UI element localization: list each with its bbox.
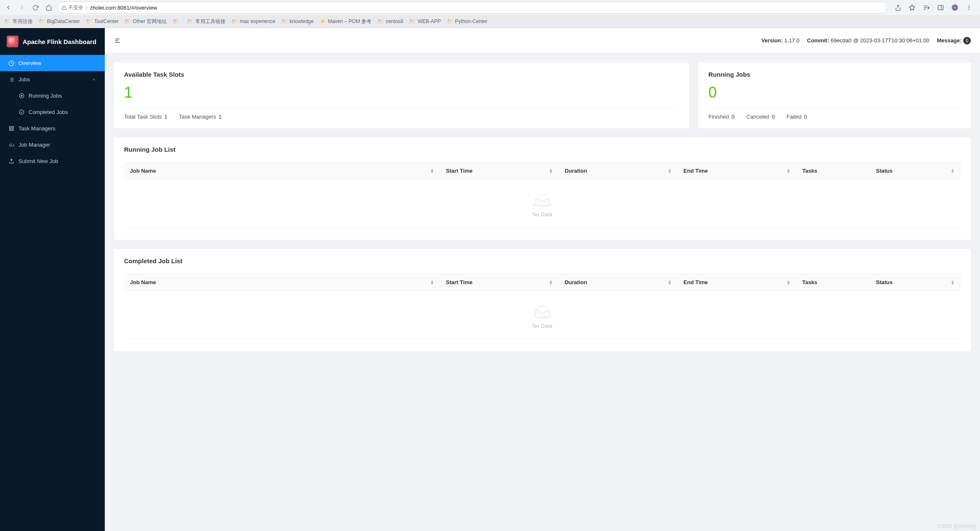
card-available-task-slots: Available Task Slots 1 Total Task Slots1… xyxy=(114,62,689,128)
failed-value: 0 xyxy=(804,114,807,120)
sidebar-item-submit-new-job[interactable]: Submit New Job xyxy=(0,153,105,169)
security-indicator: 不安全 xyxy=(62,4,83,11)
bookmark-item[interactable]: ⚡Maven – POM 参考 xyxy=(319,18,371,25)
upload-icon xyxy=(8,158,14,164)
column-tasks[interactable]: Tasks xyxy=(796,163,870,179)
sort-icon: ▲▼ xyxy=(549,168,553,174)
sidebar-item-job-manager[interactable]: Job Manager xyxy=(0,137,105,153)
sidebar-item-running-jobs[interactable]: Running Jobs xyxy=(0,88,105,104)
svg-rect-8 xyxy=(938,5,943,10)
column-duration[interactable]: Duration▲▼ xyxy=(559,274,677,290)
back-button[interactable] xyxy=(3,3,13,13)
sort-icon: ▲▼ xyxy=(430,280,434,285)
empty-box-icon xyxy=(533,194,552,208)
app-container: Apache Flink Dashboard Overview Jobs Run… xyxy=(0,28,980,531)
column-end-time[interactable]: End Time▲▼ xyxy=(678,163,796,179)
failed-label: Failed xyxy=(787,114,801,120)
play-circle-icon xyxy=(18,93,24,98)
bookmark-item[interactable]: ToolCenter xyxy=(86,18,119,24)
panel-icon[interactable] xyxy=(936,3,946,13)
folder-icon xyxy=(409,18,415,24)
sidebar-item-jobs[interactable]: Jobs xyxy=(0,71,105,88)
bookmark-item[interactable]: centos8 xyxy=(377,18,403,24)
list-icon xyxy=(8,77,14,83)
sidebar-item-task-managers[interactable]: Task Managers xyxy=(0,120,105,137)
sidebar-item-completed-jobs[interactable]: Completed Jobs xyxy=(0,104,105,120)
column-start-time[interactable]: Start Time▲▼ xyxy=(440,163,559,179)
star-icon[interactable] xyxy=(907,3,917,13)
sort-icon: ▲▼ xyxy=(786,168,791,174)
column-job-name[interactable]: Job Name▲▼ xyxy=(124,163,440,179)
profile-icon[interactable] xyxy=(950,3,960,13)
warning-icon xyxy=(62,5,67,10)
column-duration[interactable]: Duration▲▼ xyxy=(559,163,677,179)
svg-rect-27 xyxy=(12,127,13,128)
folder-icon xyxy=(447,18,453,24)
bookmark-item[interactable]: Python-Center xyxy=(447,18,487,24)
no-data-placeholder: No Data xyxy=(124,291,961,339)
bookmark-item[interactable]: 常用工具链接 xyxy=(187,18,226,25)
folder-icon xyxy=(124,18,131,24)
folder-icon xyxy=(281,18,288,24)
no-data-placeholder: No Data xyxy=(124,179,961,228)
bookmark-item[interactable]: WEB-APP xyxy=(409,18,441,24)
table-header: Job Name▲▼ Start Time▲▼ Duration▲▼ End T… xyxy=(124,274,961,291)
app-main: Version: 1.17.0 Commit: 69ecda0 @ 2023-0… xyxy=(105,28,980,531)
app-logo[interactable]: Apache Flink Dashboard xyxy=(0,28,105,55)
browser-toolbar: 不安全 | zholei.com:8081/#/overview xyxy=(0,0,980,15)
bars-icon xyxy=(8,142,14,148)
sidebar-item-overview[interactable]: Overview xyxy=(0,55,105,71)
sidebar-item-label: Completed Jobs xyxy=(29,109,68,115)
column-tasks[interactable]: Tasks xyxy=(796,274,870,290)
flink-logo-icon xyxy=(7,36,18,47)
bookmark-item[interactable] xyxy=(173,18,181,24)
message-badge: 0 xyxy=(963,37,971,44)
task-managers-value: 1 xyxy=(218,114,221,120)
sidebar-item-label: Jobs xyxy=(18,76,30,83)
bookmark-item[interactable]: Other 官网地址 xyxy=(124,18,167,25)
bookmark-item[interactable]: mac experience xyxy=(231,18,275,24)
finished-label: Finished xyxy=(708,114,729,120)
column-job-name[interactable]: Job Name▲▼ xyxy=(124,274,440,290)
completed-job-list-section: Completed Job List Job Name▲▼ Start Time… xyxy=(114,249,971,351)
section-title: Running Job List xyxy=(124,146,961,153)
column-status[interactable]: Status▲▼ xyxy=(870,163,961,179)
column-start-time[interactable]: Start Time▲▼ xyxy=(440,274,559,290)
sort-icon: ▲▼ xyxy=(668,280,672,285)
column-status[interactable]: Status▲▼ xyxy=(870,274,961,290)
share-icon[interactable] xyxy=(893,3,903,13)
folder-icon xyxy=(231,18,238,24)
folder-icon xyxy=(173,18,179,24)
forward-button[interactable] xyxy=(17,3,27,13)
stat-row: Total Task Slots1 Task Managers1 xyxy=(124,107,679,120)
card-title: Available Task Slots xyxy=(124,71,679,78)
svg-point-15 xyxy=(969,9,970,10)
chevron-up-icon xyxy=(91,77,96,82)
bookmark-item[interactable]: BigDataCenter xyxy=(39,18,80,24)
running-jobs-value: 0 xyxy=(708,84,961,101)
bookmark-item[interactable]: 常用连接 xyxy=(4,18,33,25)
sort-icon: ▲▼ xyxy=(951,280,955,285)
content: Available Task Slots 1 Total Task Slots1… xyxy=(105,53,980,360)
security-label: 不安全 xyxy=(68,4,83,11)
column-end-time[interactable]: End Time▲▼ xyxy=(678,274,796,290)
sort-icon: ▲▼ xyxy=(549,280,553,285)
available-slots-value: 1 xyxy=(124,84,679,101)
playlist-icon[interactable] xyxy=(921,3,931,13)
menu-icon[interactable] xyxy=(964,3,974,13)
finished-value: 0 xyxy=(731,114,734,120)
sort-icon: ▲▼ xyxy=(786,280,791,285)
reload-button[interactable] xyxy=(30,3,40,13)
bookmark-item[interactable]: knowledge xyxy=(281,18,314,24)
app-sidebar: Apache Flink Dashboard Overview Jobs Run… xyxy=(0,28,105,531)
folder-icon xyxy=(86,18,92,24)
commit-value: 69ecda0 @ 2023-03-17T10:30:06+01:00 xyxy=(831,37,929,44)
sidebar-item-label: Submit New Job xyxy=(18,158,58,164)
empty-box-icon xyxy=(533,306,552,319)
svg-marker-24 xyxy=(21,95,22,96)
home-button[interactable] xyxy=(44,3,54,13)
commit-label: Commit: xyxy=(807,37,829,44)
collapse-sidebar-button[interactable] xyxy=(114,37,121,44)
folder-icon xyxy=(377,18,384,24)
address-bar[interactable]: 不安全 | zholei.com:8081/#/overview xyxy=(57,2,887,13)
